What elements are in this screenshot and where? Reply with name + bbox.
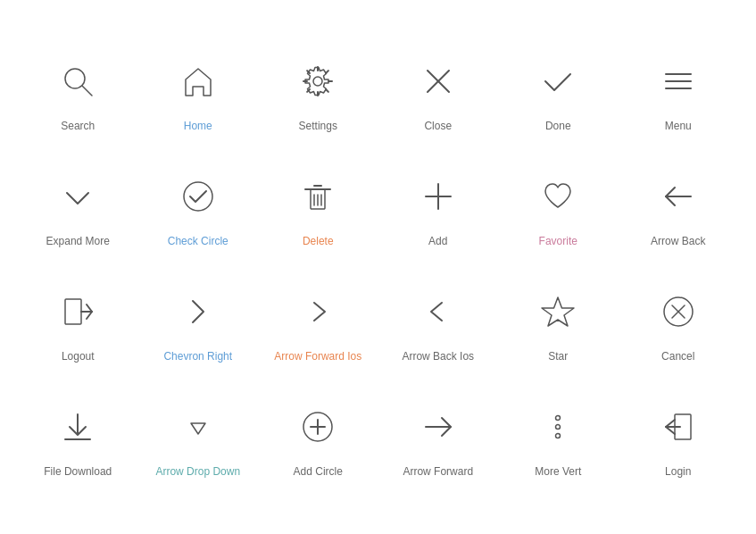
home-label: Home bbox=[184, 119, 212, 134]
more-vert-label: More Vert bbox=[535, 464, 581, 480]
star-icon bbox=[531, 285, 585, 338]
icon-cell-star: Star bbox=[498, 267, 619, 382]
search-icon bbox=[51, 54, 104, 108]
icon-cell-expand-more: Expand More bbox=[18, 152, 138, 267]
icon-cell-menu: Menu bbox=[619, 37, 739, 152]
icon-cell-settings: Settings bbox=[258, 37, 378, 152]
more-vert-icon bbox=[531, 400, 585, 454]
arrow-back-label: Arrow Back bbox=[651, 234, 705, 249]
icon-cell-add-circle: Add Circle bbox=[258, 382, 378, 497]
delete-icon bbox=[291, 170, 345, 223]
search-label: Search bbox=[61, 119, 95, 134]
svg-point-8 bbox=[184, 182, 212, 211]
icon-cell-chevron-right: Chevron Right bbox=[138, 267, 259, 382]
file-download-label: File Download bbox=[44, 464, 112, 480]
icon-cell-delete: Delete bbox=[258, 152, 378, 267]
arrow-drop-down-icon bbox=[171, 400, 225, 454]
add-circle-icon bbox=[291, 400, 345, 454]
expand-more-label: Expand More bbox=[46, 234, 110, 249]
arrow-back-ios-icon bbox=[411, 285, 465, 338]
arrow-back-ios-label: Arrow Back Ios bbox=[402, 349, 474, 364]
add-circle-label: Add Circle bbox=[294, 464, 343, 480]
arrow-forward-ios-label: Arrow Forward Ios bbox=[274, 349, 361, 364]
settings-icon bbox=[291, 54, 345, 108]
svg-marker-20 bbox=[542, 297, 574, 326]
svg-point-2 bbox=[313, 77, 322, 86]
login-icon bbox=[652, 400, 705, 454]
chevron-right-icon bbox=[171, 285, 225, 338]
svg-line-1 bbox=[82, 86, 92, 96]
arrow-forward-ios-icon bbox=[291, 285, 345, 338]
logout-icon bbox=[51, 285, 104, 338]
icon-cell-favorite: Favorite bbox=[498, 152, 619, 267]
arrow-back-icon bbox=[652, 170, 705, 223]
expand-more-icon bbox=[51, 170, 104, 223]
svg-point-32 bbox=[556, 424, 561, 429]
icon-grid: Search Home Settings Close bbox=[0, 28, 756, 505]
arrow-forward-label: Arrow Forward bbox=[403, 464, 473, 480]
icon-cell-cancel: Cancel bbox=[619, 267, 739, 382]
close-icon bbox=[411, 54, 465, 108]
svg-point-33 bbox=[556, 433, 561, 438]
cancel-icon bbox=[652, 285, 705, 338]
icon-cell-home: Home bbox=[138, 37, 259, 152]
delete-label: Delete bbox=[303, 234, 334, 249]
logout-label: Logout bbox=[62, 349, 95, 364]
favorite-icon bbox=[531, 170, 585, 223]
icon-cell-done: Done bbox=[498, 37, 619, 152]
icon-cell-search: Search bbox=[18, 37, 138, 152]
check-circle-icon bbox=[171, 170, 225, 223]
icon-cell-file-download: File Download bbox=[18, 382, 138, 497]
icon-cell-check-circle: Check Circle bbox=[138, 152, 259, 267]
svg-rect-18 bbox=[65, 299, 81, 324]
icon-cell-more-vert: More Vert bbox=[498, 382, 619, 497]
star-label: Star bbox=[548, 349, 568, 364]
done-label: Done bbox=[545, 119, 571, 134]
svg-marker-26 bbox=[191, 423, 205, 434]
close-label: Close bbox=[424, 119, 452, 134]
settings-label: Settings bbox=[299, 119, 337, 134]
svg-point-31 bbox=[556, 415, 561, 420]
icon-cell-login: Login bbox=[619, 382, 739, 497]
icon-cell-logout: Logout bbox=[18, 267, 138, 382]
done-icon bbox=[531, 54, 585, 108]
icon-cell-arrow-drop-down: Arrow Drop Down bbox=[138, 382, 259, 497]
login-label: Login bbox=[665, 464, 691, 480]
arrow-drop-down-label: Arrow Drop Down bbox=[155, 464, 240, 480]
add-icon bbox=[411, 170, 465, 223]
add-label: Add bbox=[428, 234, 447, 249]
chevron-right-label: Chevron Right bbox=[163, 349, 232, 364]
menu-label: Menu bbox=[665, 119, 692, 134]
file-download-icon bbox=[51, 400, 104, 454]
icon-cell-arrow-forward-ios: Arrow Forward Ios bbox=[258, 267, 378, 382]
menu-icon bbox=[652, 54, 705, 108]
icon-cell-add: Add bbox=[378, 152, 499, 267]
arrow-forward-icon bbox=[411, 400, 465, 454]
cancel-label: Cancel bbox=[661, 349, 694, 364]
icon-cell-arrow-back-ios: Arrow Back Ios bbox=[378, 267, 499, 382]
home-icon bbox=[171, 54, 225, 108]
icon-cell-arrow-back: Arrow Back bbox=[619, 152, 739, 267]
check-circle-label: Check Circle bbox=[168, 234, 228, 249]
icon-cell-close: Close bbox=[378, 37, 499, 152]
favorite-label: Favorite bbox=[539, 234, 577, 249]
icon-cell-arrow-forward: Arrow Forward bbox=[378, 382, 499, 497]
